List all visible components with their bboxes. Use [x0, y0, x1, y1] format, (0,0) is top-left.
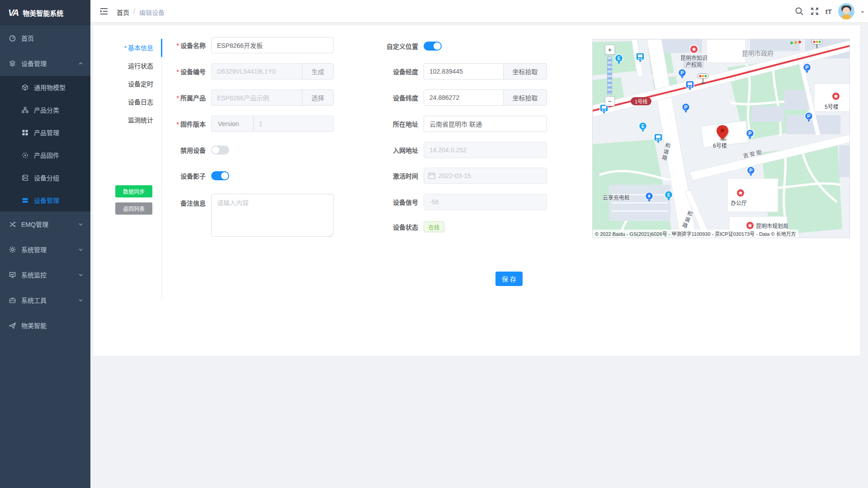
field-rssi: 设备信号: [375, 194, 547, 210]
app-logo[interactable]: VA 物美智能系统: [0, 0, 90, 25]
longitude-input[interactable]: [424, 63, 503, 80]
field-ip: 入网地址: [375, 142, 547, 158]
map-zoom-out-button[interactable]: −: [605, 96, 615, 106]
gear-icon: [9, 246, 16, 253]
active-time-label: 激活时间: [375, 171, 418, 180]
poi-label-charging-station: 云享充电桩: [603, 193, 630, 201]
pick-longitude-button[interactable]: 坐标拾取: [503, 63, 547, 80]
product-label: 所属产品: [180, 94, 206, 102]
map-zoom-in-button[interactable]: +: [605, 45, 615, 55]
monitor-icon: [9, 272, 16, 278]
firmware-label: 固件版本: [180, 121, 206, 128]
chevron-down-icon: [78, 298, 83, 303]
active-time-input: [424, 168, 547, 184]
toolbox-icon: [9, 297, 16, 304]
sidebar-item-emq[interactable]: EMQ管理: [0, 211, 90, 237]
pick-latitude-button[interactable]: 坐标拾取: [503, 89, 547, 106]
sidebar-item-product-firmware[interactable]: 产品固件: [0, 144, 90, 166]
sidebar-item-device-mgmt-child[interactable]: 设备管理: [0, 189, 90, 211]
chip-icon: [22, 152, 28, 159]
field-device-code: *设备编号 生成: [162, 63, 334, 80]
sidebar-item-device-group[interactable]: 设备分组: [0, 166, 90, 189]
longitude-label: 设备经度: [375, 67, 418, 76]
map-zoom-slider[interactable]: [607, 56, 612, 94]
latitude-label: 设备纬度: [375, 93, 418, 102]
shuffle-icon: [9, 221, 16, 228]
cube-icon: [22, 84, 28, 91]
sidebar-item-thing-model[interactable]: 通用物模型: [0, 76, 90, 99]
search-icon[interactable]: [795, 7, 804, 16]
device-shadow-toggle[interactable]: [211, 171, 229, 180]
server-icon: [22, 197, 28, 204]
back-to-list-button[interactable]: 返回列表: [115, 202, 152, 215]
tab-run-status[interactable]: 运行状态: [113, 57, 161, 75]
required-mark: *: [124, 44, 127, 52]
rssi-input: [424, 194, 547, 210]
collapse-sidebar-icon[interactable]: [99, 7, 108, 16]
custom-location-label: 自定义位置: [375, 42, 418, 51]
data-sync-button[interactable]: 数据同步: [115, 185, 152, 197]
remark-textarea[interactable]: [211, 194, 334, 237]
layers-icon: [9, 60, 16, 67]
poi-label-government: 昆明市政府: [742, 48, 774, 57]
sidebar-item-device-mgmt[interactable]: 设备管理: [0, 51, 90, 76]
sidebar-item-label: 设备管理: [34, 196, 59, 205]
breadcrumb: 首页 / 编辑设备: [117, 8, 165, 17]
latitude-input[interactable]: [424, 89, 503, 106]
tab-monitor-stats[interactable]: 监测统计: [113, 111, 161, 129]
avatar[interactable]: [838, 3, 854, 19]
status-badge: 在线: [424, 221, 444, 232]
content-background: [90, 356, 868, 488]
tab-device-log[interactable]: 设备日志: [113, 93, 161, 111]
breadcrumb-separator: /: [133, 8, 135, 17]
sidebar-item-system-monitor[interactable]: 系统监控: [0, 262, 90, 287]
svg-text:E: E: [618, 56, 621, 61]
sidebar-item-label: 系统管理: [21, 245, 73, 254]
svg-text:P: P: [748, 131, 751, 136]
field-disable-device: 禁用设备: [162, 142, 229, 158]
breadcrumb-home[interactable]: 首页: [117, 8, 129, 17]
select-product-button[interactable]: 选择: [302, 89, 334, 106]
address-label: 所在地址: [375, 119, 418, 128]
avatar-caret-icon[interactable]: [861, 11, 864, 15]
tab-basic-info[interactable]: *基本信息: [113, 39, 161, 57]
device-name-input[interactable]: [211, 37, 334, 53]
sidebar-item-label: 设备管理: [21, 59, 73, 68]
sidebar-item-home[interactable]: 首页: [0, 25, 90, 51]
firmware-version-input: [254, 116, 334, 132]
chevron-down-icon: [78, 247, 83, 252]
chevron-up-icon: [78, 61, 83, 66]
sidebar-item-system-tools[interactable]: 系统工具: [0, 287, 90, 313]
baidu-map[interactable]: E E E P P P P P P: [592, 39, 850, 238]
field-device-shadow: 设备影子: [162, 168, 229, 184]
sidebar-item-product-category[interactable]: 产品分类: [0, 99, 90, 121]
firmware-prepend: Version: [211, 116, 254, 132]
product-input: [211, 89, 302, 106]
field-status: 设备状态 在线: [375, 219, 444, 235]
sidebar-item-system-mgmt[interactable]: 系统管理: [0, 237, 90, 262]
sidebar-item-label: 产品分类: [34, 105, 59, 114]
field-longitude: 设备经度 坐标拾取: [375, 63, 547, 80]
font-size-icon[interactable]: tT: [826, 8, 832, 15]
field-custom-location: 自定义位置: [375, 38, 442, 54]
sidebar-item-wumei[interactable]: 物美智能: [0, 313, 90, 338]
sidebar-item-label: 系统监控: [21, 270, 73, 279]
field-product: *所属产品 选择: [162, 89, 334, 106]
sidebar-item-label: 物美智能: [21, 321, 83, 330]
poi-label-building6: 6号楼: [713, 141, 727, 149]
sidebar-item-product-mgmt[interactable]: 产品管理: [0, 121, 90, 144]
svg-text:P: P: [749, 168, 752, 173]
device-shadow-label: 设备影子: [162, 171, 206, 180]
calendar-icon: [428, 172, 435, 179]
fullscreen-icon[interactable]: [810, 7, 819, 16]
svg-text:P: P: [680, 70, 684, 75]
save-button[interactable]: 保 存: [495, 272, 523, 286]
ip-input: [424, 142, 547, 158]
address-input[interactable]: [424, 116, 547, 132]
disable-device-toggle[interactable]: [211, 145, 229, 155]
tab-device-timer[interactable]: 设备定时: [113, 75, 161, 93]
ip-label: 入网地址: [375, 145, 418, 155]
generate-button[interactable]: 生成: [302, 63, 334, 80]
custom-location-toggle[interactable]: [424, 42, 442, 51]
chevron-down-icon: [78, 272, 83, 277]
